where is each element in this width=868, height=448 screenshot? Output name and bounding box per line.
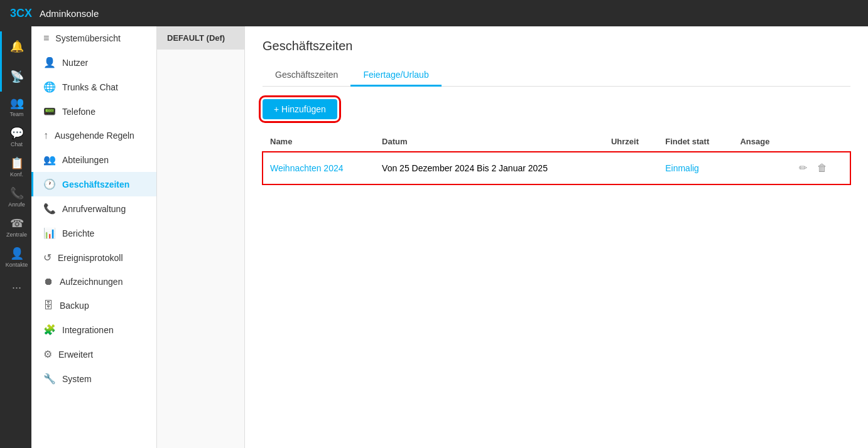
topbar-logo: 3CX	[10, 7, 32, 20]
row-findet-statt: Einmalig	[658, 152, 732, 185]
sidebar-label-aufzeichnungen: Aufzeichnungen	[60, 277, 122, 287]
chat-icon: 💬	[10, 126, 24, 140]
team-label: Team	[9, 111, 23, 117]
tab-geschaeftszeiten[interactable]: Geschäftszeiten	[263, 65, 350, 87]
geschaeftszeiten-icon: 🕐	[43, 178, 56, 190]
sidebar-item-berichte[interactable]: 📊 Berichte	[31, 221, 156, 245]
sidebar-label-trunks: Trunks & Chat	[62, 82, 118, 92]
konf-icon: 📋	[10, 156, 24, 170]
sidebar-label-backup: Backup	[60, 301, 89, 311]
add-button[interactable]: + Hinzufügen	[263, 99, 337, 119]
sidebar-label-nutzer: Nutzer	[62, 58, 88, 68]
zentrale-label: Zentrale	[6, 232, 27, 238]
sidebar-label-ereignis: Ereignisprotokoll	[58, 253, 123, 263]
sidebar-item-nutzer[interactable]: 👤 Nutzer	[31, 50, 156, 75]
sidebar-label-systemuebersicht: Systemübersicht	[55, 33, 120, 43]
sidebar-label-erweitert: Erweitert	[58, 349, 93, 360]
icon-sidebar-zentrale[interactable]: ☎ Zentrale	[0, 212, 31, 242]
col-findet-statt: Findet statt	[658, 132, 732, 152]
system-icon: 🔧	[43, 373, 56, 385]
row-uhrzeit	[604, 152, 658, 185]
col-uhrzeit: Uhrzeit	[604, 132, 658, 152]
integrationen-icon: 🧩	[43, 324, 56, 336]
sidebar-label-system: System	[62, 374, 92, 384]
icon-sidebar-konf[interactable]: 📋 Konf.	[0, 152, 31, 182]
icon-sidebar-team[interactable]: 👥 Team	[0, 92, 31, 122]
ereignis-icon: ↺	[43, 252, 52, 264]
anrufverwaltung-icon: 📞	[43, 203, 56, 215]
sidebar-item-geschaeftszeiten[interactable]: 🕐 Geschäftszeiten	[31, 172, 156, 196]
edit-icon[interactable]: ✏	[796, 159, 810, 176]
icon-sidebar-anrufe[interactable]: 📞 Anrufe	[0, 182, 31, 212]
nutzer-icon: 👤	[43, 56, 56, 68]
row-ansage	[732, 152, 789, 185]
data-table: Name Datum Uhrzeit Findet statt Ansage W…	[263, 132, 850, 185]
sidebar-item-system[interactable]: 🔧 System	[31, 366, 156, 391]
row-datum: Von 25 Dezember 2024 Bis 2 Januar 2025	[374, 152, 604, 185]
anrufe-icon: 📞	[10, 186, 24, 200]
sidebar-label-integrationen: Integrationen	[62, 325, 114, 335]
sidebar-item-ausgehende-regeln[interactable]: ↑ Ausgehende Regeln	[31, 124, 156, 147]
sub-sidebar: DEFAULT (Def)	[157, 26, 245, 448]
team-icon: 👥	[10, 96, 24, 110]
icon-sidebar-live[interactable]: 📡	[0, 61, 31, 92]
main-content: Geschäftszeiten Geschäftszeiten Feiertag…	[245, 26, 868, 448]
sub-sidebar-default-label: DEFAULT (Def)	[167, 33, 225, 43]
sidebar-item-trunks-chat[interactable]: 🌐 Trunks & Chat	[31, 75, 156, 99]
sidebar-label-ausgehende: Ausgehende Regeln	[55, 131, 134, 141]
sidebar-item-abteilungen[interactable]: 👥 Abteilungen	[31, 147, 156, 172]
sidebar-label-telefone: Telefone	[62, 107, 95, 117]
topbar-title: Adminkonsole	[40, 8, 99, 19]
sidebar-item-integrationen[interactable]: 🧩 Integrationen	[31, 317, 156, 342]
more-icon: ···	[12, 281, 21, 294]
table-header: Name Datum Uhrzeit Findet statt Ansage	[263, 132, 850, 152]
row-name: Weihnachten 2024	[263, 152, 374, 185]
sidebar-label-geschaeftszeiten: Geschäftszeiten	[62, 179, 129, 189]
konf-label: Konf.	[10, 171, 23, 178]
sidebar-label-berichte: Berichte	[62, 228, 94, 238]
anrufe-label: Anrufe	[8, 201, 25, 208]
chat-label: Chat	[11, 141, 23, 147]
sub-sidebar-default[interactable]: DEFAULT (Def)	[157, 26, 244, 50]
sidebar-item-systemuebersicht[interactable]: ≡ Systemübersicht	[31, 26, 156, 50]
systemuebersicht-icon: ≡	[43, 33, 49, 44]
sidebar-item-anrufverwaltung[interactable]: 📞 Anrufverwaltung	[31, 196, 156, 221]
aufzeichnungen-icon: ⏺	[43, 276, 53, 287]
sidebar-item-aufzeichnungen[interactable]: ⏺ Aufzeichnungen	[31, 270, 156, 294]
kontakte-icon: 👤	[10, 247, 24, 260]
page-title: Geschäftszeiten	[263, 39, 850, 53]
backup-icon: 🗄	[43, 300, 53, 311]
topbar: 3CX Adminkonsole	[0, 0, 868, 26]
col-ansage: Ansage	[732, 132, 789, 152]
tab-feiertage[interactable]: Feiertage/Urlaub	[350, 65, 441, 87]
sidebar-item-erweitert[interactable]: ⚙ Erweitert	[31, 342, 156, 366]
delete-icon[interactable]: 🗑	[815, 160, 830, 176]
col-datum: Datum	[374, 132, 604, 152]
main-sidebar: ≡ Systemübersicht 👤 Nutzer 🌐 Trunks & Ch…	[31, 26, 157, 448]
abteilungen-icon: 👥	[43, 154, 56, 166]
row-actions: ✏ 🗑	[789, 152, 850, 184]
icon-sidebar-more[interactable]: ···	[0, 272, 31, 302]
sidebar-label-anrufverwaltung: Anrufverwaltung	[62, 204, 126, 214]
table-row: Weihnachten 2024 Von 25 Dezember 2024 Bi…	[263, 152, 850, 185]
sidebar-label-abteilungen: Abteilungen	[62, 155, 109, 165]
icon-sidebar-kontakte[interactable]: 👤 Kontakte	[0, 242, 31, 272]
col-actions	[789, 132, 850, 152]
icon-sidebar-notifications[interactable]: 🔔	[0, 31, 31, 61]
bell-icon: 🔔	[10, 40, 24, 53]
col-name: Name	[263, 132, 374, 152]
sidebar-item-backup[interactable]: 🗄 Backup	[31, 294, 156, 317]
erweitert-icon: ⚙	[43, 348, 52, 360]
tabs: Geschäftszeiten Feiertage/Urlaub	[263, 65, 850, 87]
icon-sidebar: 🔔 📡 👥 Team 💬 Chat 📋 Konf. 📞 Anrufe ☎ Zen…	[0, 26, 31, 448]
zentrale-icon: ☎	[10, 216, 24, 230]
sidebar-item-ereignisprotokoll[interactable]: ↺ Ereignisprotokoll	[31, 245, 156, 270]
telefone-icon: 📟	[43, 105, 56, 117]
live-icon: 📡	[10, 70, 24, 83]
kontakte-label: Kontakte	[6, 262, 28, 268]
ausgehende-icon: ↑	[43, 130, 48, 141]
sidebar-item-telefone[interactable]: 📟 Telefone	[31, 99, 156, 124]
icon-sidebar-chat[interactable]: 💬 Chat	[0, 122, 31, 152]
berichte-icon: 📊	[43, 227, 56, 239]
trunks-icon: 🌐	[43, 81, 56, 93]
